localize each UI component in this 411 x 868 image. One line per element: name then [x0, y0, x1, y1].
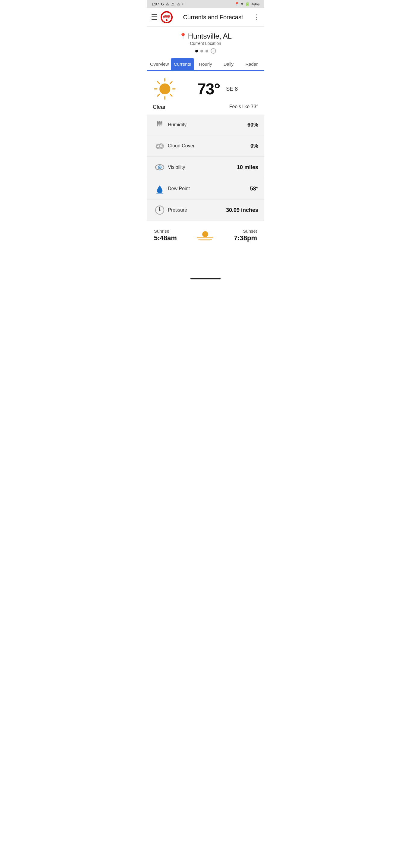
pressure-label: Pressure	[168, 207, 226, 213]
warning-icon-1: ⚠	[166, 2, 169, 6]
pressure-value: 30.09 inches	[226, 207, 258, 213]
humidity-row: Humidity 60%	[147, 115, 264, 135]
svg-point-25	[202, 231, 208, 237]
status-bar: 1:07 G ⚠ ⚠ ⚠ • 📍 ▾ 🔋 49%	[147, 0, 264, 8]
humidity-icon	[153, 119, 167, 130]
wind-direction: SE	[226, 86, 233, 92]
visibility-row: Visibility 10 miles	[147, 157, 264, 178]
time-display: 1:07	[152, 2, 159, 6]
app-logo: BARON SAF-T-NET	[161, 11, 173, 23]
pager-dot-1[interactable]	[195, 50, 198, 53]
more-menu-button[interactable]: ⋮	[253, 13, 260, 21]
temperature-wind-display: 73° SE 8	[177, 80, 258, 98]
weather-condition-icon	[153, 77, 177, 101]
sunrise-sunset-icon	[196, 226, 214, 244]
wind-speed: 8	[235, 86, 238, 92]
sunset-label: Sunset	[234, 228, 257, 234]
bottom-bar	[147, 274, 264, 283]
tab-radar[interactable]: Radar	[240, 58, 263, 70]
wifi-icon: ▾	[241, 2, 243, 6]
wind-display: SE 8	[226, 86, 238, 92]
sunrise-value: 5:48am	[154, 234, 177, 242]
pressure-icon	[153, 204, 167, 216]
tab-bar: Overview Currents Hourly Daily Radar	[147, 58, 264, 71]
humidity-label: Humidity	[168, 122, 247, 127]
svg-text:BARON: BARON	[164, 14, 170, 16]
location-name[interactable]: 📍 Huntsville, AL	[150, 32, 261, 40]
svg-point-14	[159, 84, 170, 94]
sun-times: Sunrise 5:48am Sunset 7:38pm	[147, 221, 264, 250]
hamburger-menu-button[interactable]: ☰	[151, 13, 158, 22]
tab-daily[interactable]: Daily	[217, 58, 240, 70]
location-header: 📍 Huntsville, AL Current Location +	[147, 27, 264, 58]
sunset-block: Sunset 7:38pm	[234, 228, 257, 242]
google-icon: G	[161, 2, 164, 6]
temperature-display: 73°	[197, 80, 220, 98]
svg-line-13	[158, 94, 159, 96]
home-indicator	[190, 278, 221, 279]
visibility-value: 10 miles	[237, 164, 258, 170]
dew-point-value: 58°	[250, 186, 258, 192]
status-right: 📍 ▾ 🔋 49%	[234, 2, 259, 6]
dew-point-row: Dew Point 58°	[147, 178, 264, 199]
visibility-icon	[153, 161, 167, 173]
svg-point-20	[159, 167, 161, 168]
weather-main: 73° SE 8	[147, 71, 264, 104]
warning-icon-2: ⚠	[171, 2, 175, 6]
svg-point-5	[166, 19, 167, 21]
cloud-cover-row: Cloud Cover 0%	[147, 135, 264, 157]
status-time: 1:07 G ⚠ ⚠ ⚠ •	[152, 2, 184, 6]
cloud-cover-icon	[153, 140, 167, 152]
tab-hourly[interactable]: Hourly	[194, 58, 217, 70]
condition-row: Clear Feels like 73°	[147, 104, 264, 115]
tab-currents[interactable]: Currents	[171, 58, 194, 70]
city-name: Huntsville, AL	[188, 32, 232, 40]
condition-label: Clear	[153, 104, 166, 110]
svg-line-12	[170, 82, 172, 84]
warning-icon-3: ⚠	[177, 2, 180, 6]
cloud-cover-label: Cloud Cover	[168, 143, 250, 149]
sunrise-block: Sunrise 5:48am	[154, 228, 177, 242]
page-title: Currents and Forecast	[176, 14, 250, 21]
dew-point-icon	[153, 183, 167, 194]
tab-overview[interactable]: Overview	[148, 58, 171, 70]
visibility-label: Visibility	[168, 164, 237, 170]
pager-dots: +	[150, 48, 261, 54]
dew-point-label: Dew Point	[168, 186, 250, 191]
sunrise-label: Sunrise	[154, 228, 177, 234]
battery-level: 49%	[252, 2, 259, 6]
dot-icon: •	[182, 2, 184, 6]
sunset-value: 7:38pm	[234, 234, 257, 242]
pager-dot-3[interactable]	[205, 50, 208, 53]
location-status-icon: 📍	[234, 2, 239, 6]
pager-dot-2[interactable]	[200, 50, 203, 53]
svg-line-11	[170, 94, 172, 96]
location-pin-icon: 📍	[179, 33, 187, 40]
pressure-row: Pressure 30.09 inches	[147, 199, 264, 221]
cloud-cover-value: 0%	[250, 143, 258, 149]
toolbar: ☰ BARON SAF-T-NET Currents and Forecast …	[147, 8, 264, 27]
location-subtitle: Current Location	[150, 41, 261, 46]
battery-icon: 🔋	[245, 2, 250, 6]
humidity-value: 60%	[247, 122, 258, 128]
add-location-button[interactable]: +	[211, 48, 216, 54]
detail-rows: Humidity 60% Cloud Cover 0% Visibility 1…	[147, 115, 264, 221]
svg-text:SAF-T-NET: SAF-T-NET	[163, 17, 170, 19]
feels-like-label: Feels like 73°	[229, 104, 258, 110]
svg-line-10	[158, 82, 159, 84]
